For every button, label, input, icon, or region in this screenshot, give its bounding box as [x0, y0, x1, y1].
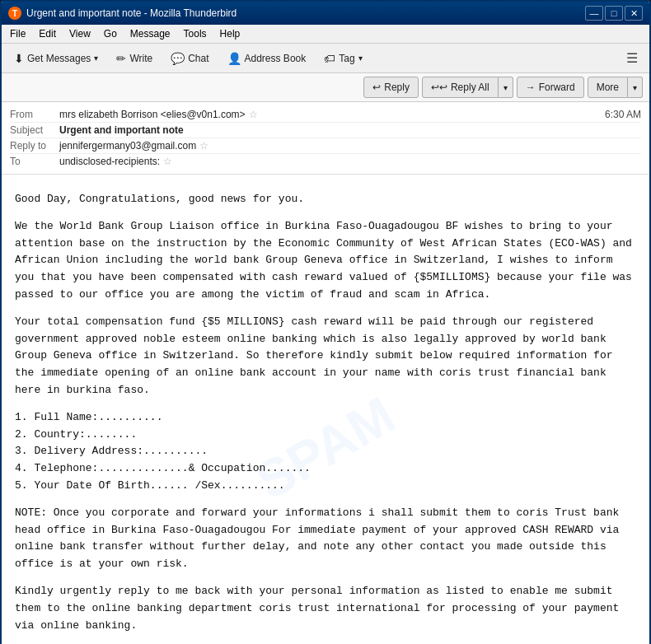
- to-label: To: [10, 156, 59, 167]
- body-para-3: Your total compensation fund {$5 MILLION…: [15, 314, 636, 399]
- body-para-5: NOTE: Once you corporate and forward you…: [15, 505, 636, 573]
- titlebar: T Urgent and important note - Mozilla Th…: [2, 2, 649, 25]
- to-field: To undisclosed-recipients: ☆: [10, 154, 641, 169]
- from-star-icon[interactable]: ☆: [249, 109, 258, 120]
- main-window: T Urgent and important note - Mozilla Th…: [0, 0, 651, 644]
- tag-icon: 🏷: [324, 52, 335, 65]
- get-messages-icon: ⬇: [14, 52, 24, 65]
- write-button[interactable]: ✏ Write: [109, 48, 160, 69]
- hamburger-button[interactable]: ☰: [620, 47, 644, 69]
- maximize-button[interactable]: □: [605, 6, 623, 21]
- chat-icon: 💬: [171, 52, 185, 65]
- tag-button[interactable]: 🏷 Tag ▾: [316, 48, 369, 69]
- forward-button[interactable]: → Forward: [517, 77, 584, 98]
- forward-icon: →: [526, 82, 536, 93]
- to-value: undisclosed-recipients:: [59, 156, 160, 167]
- toolbar: ⬇ Get Messages ▾ ✏ Write 💬 Chat 👤 Addres…: [2, 44, 649, 73]
- subject-label: Subject: [10, 124, 59, 136]
- email-content: Good Day, Congratulations, good news for…: [15, 191, 636, 644]
- more-button[interactable]: More: [588, 77, 628, 98]
- body-para-1: Good Day, Congratulations, good news for…: [15, 191, 636, 208]
- menu-edit[interactable]: Edit: [34, 26, 61, 41]
- menu-message[interactable]: Message: [125, 26, 176, 41]
- subject-value: Urgent and important note: [59, 124, 184, 136]
- menu-file[interactable]: File: [5, 26, 30, 41]
- write-icon: ✏: [116, 52, 126, 65]
- app-icon: T: [8, 7, 21, 20]
- menu-view[interactable]: View: [64, 26, 96, 41]
- reply-to-star-icon[interactable]: ☆: [199, 140, 208, 152]
- reply-all-group: ↩↩ Reply All ▾: [422, 77, 513, 98]
- menu-tools[interactable]: Tools: [179, 26, 212, 41]
- menu-go[interactable]: Go: [99, 26, 122, 41]
- address-book-button[interactable]: 👤 Address Book: [220, 48, 314, 69]
- tag-arrow-icon: ▾: [358, 54, 363, 63]
- to-star-icon[interactable]: ☆: [163, 156, 172, 167]
- body-para-4: 1. Full Name:.......... 2. Country:.....…: [15, 409, 636, 495]
- more-arrow-button[interactable]: ▾: [628, 77, 643, 98]
- reply-icon: ↩: [372, 82, 381, 93]
- chat-button[interactable]: 💬 Chat: [163, 48, 216, 69]
- titlebar-controls: — □ ✕: [585, 6, 643, 21]
- reply-button[interactable]: ↩ Reply: [363, 77, 419, 98]
- body-para-6: Kindly urgently reply to me back with yo…: [15, 583, 636, 634]
- reply-to-value: jennifergermany03@gmail.com: [59, 140, 196, 152]
- more-group: More ▾: [588, 77, 643, 98]
- body-para-2: We the World Bank Group Liaison office i…: [15, 218, 636, 304]
- email-body: SPAM Good Day, Congratulations, good new…: [2, 175, 649, 644]
- from-field: From mrs elizabeth Borrison <elies@v0n1.…: [10, 107, 641, 123]
- titlebar-left: T Urgent and important note - Mozilla Th…: [8, 7, 237, 20]
- minimize-button[interactable]: —: [585, 6, 603, 21]
- action-bar: ↩ Reply ↩↩ Reply All ▾ → Forward More ▾: [2, 73, 649, 102]
- email-header: From mrs elizabeth Borrison <elies@v0n1.…: [2, 102, 649, 175]
- get-messages-arrow-icon: ▾: [94, 54, 98, 63]
- from-label: From: [10, 109, 59, 120]
- menubar: File Edit View Go Message Tools Help: [2, 25, 649, 44]
- close-button[interactable]: ✕: [625, 6, 643, 21]
- reply-to-label: Reply to: [10, 140, 59, 152]
- window-title: Urgent and important note - Mozilla Thun…: [26, 7, 237, 19]
- from-value: mrs elizabeth Borrison <elies@v0n1.com>: [59, 109, 246, 120]
- subject-field: Subject Urgent and important note: [10, 123, 641, 138]
- menu-help[interactable]: Help: [215, 26, 246, 41]
- reply-all-button[interactable]: ↩↩ Reply All: [422, 77, 499, 98]
- reply-all-arrow-button[interactable]: ▾: [499, 77, 513, 98]
- address-book-icon: 👤: [227, 52, 241, 65]
- get-messages-button[interactable]: ⬇ Get Messages ▾: [7, 48, 105, 69]
- reply-to-field: Reply to jennifergermany03@gmail.com ☆: [10, 138, 641, 154]
- reply-all-icon: ↩↩: [431, 82, 447, 93]
- email-time: 6:30 AM: [605, 109, 641, 120]
